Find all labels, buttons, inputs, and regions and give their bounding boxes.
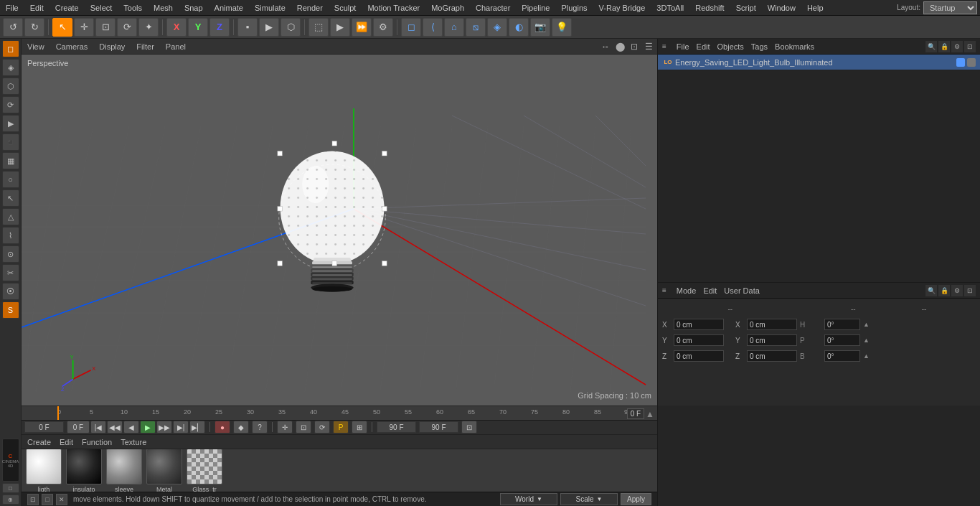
- sidebar-point-mode[interactable]: ⊙: [2, 245, 19, 263]
- attr-lock-icon[interactable]: 🔒: [938, 285, 950, 296]
- obj-search-icon[interactable]: 🔍: [925, 41, 937, 52]
- menu-3dtoall[interactable]: 3DToAll: [651, 1, 689, 14]
- sidebar-model-mode[interactable]: ◻: [2, 40, 19, 57]
- frame-dropdown-btn[interactable]: 0 F: [67, 421, 90, 434]
- next-keyframe-btn[interactable]: ▶|: [173, 421, 189, 434]
- material-item-metal[interactable]: Metal: [146, 449, 182, 492]
- attr-search-icon[interactable]: 🔍: [925, 285, 937, 296]
- viewport-canvas[interactable]: Perspective: [22, 55, 657, 406]
- obj-expand-icon[interactable]: ⊡: [964, 41, 976, 52]
- menu-snap[interactable]: Snap: [179, 1, 209, 14]
- sidebar-brush-mode[interactable]: S: [2, 301, 19, 319]
- attr-expand-icon[interactable]: ⊡: [964, 285, 976, 296]
- sidebar-view-mode[interactable]: ○: [2, 171, 19, 188]
- sidebar-ortho-btn[interactable]: ⊕: [2, 495, 19, 505]
- attr-menu-mode[interactable]: Mode: [677, 286, 697, 295]
- obj-row-lightbulb[interactable]: LO Energy_Saving_LED_Light_Bulb_Illumina…: [658, 55, 980, 70]
- render-view-button[interactable]: ▶: [330, 18, 350, 37]
- attr-menu-userdata[interactable]: User Data: [724, 286, 760, 295]
- menu-sculpt[interactable]: Sculpt: [329, 1, 362, 14]
- cloner-button[interactable]: ◈: [487, 18, 507, 37]
- sidebar-polygon-mode[interactable]: △: [2, 208, 19, 225]
- viewport[interactable]: View Cameras Display Filter Panel ↔ ⬤ ⊡ …: [22, 39, 657, 406]
- obj-menu-bookmarks[interactable]: Bookmarks: [775, 42, 814, 51]
- sidebar-edge-mode[interactable]: ⌇: [2, 227, 19, 244]
- start-frame-field[interactable]: 0 F: [24, 421, 64, 433]
- step-fwd-btn[interactable]: ▶▶: [156, 421, 172, 434]
- step-back-btn[interactable]: ◀◀: [107, 421, 123, 434]
- menu-pipeline[interactable]: Pipeline: [516, 1, 555, 14]
- viewport-camera-icon[interactable]: ⬤: [614, 41, 626, 52]
- lightbulb-object[interactable]: [260, 128, 404, 314]
- play-btn[interactable]: ▶: [140, 421, 156, 434]
- material-item-ligth[interactable]: ligth: [26, 449, 62, 492]
- sidebar-magnet-mode[interactable]: ⦿: [2, 283, 19, 300]
- mode-move-button[interactable]: ✛: [74, 18, 94, 37]
- world-dropdown[interactable]: World ▼: [500, 493, 557, 505]
- record-btn[interactable]: ●: [215, 421, 230, 434]
- material-item-insulato[interactable]: insulato: [66, 449, 102, 492]
- menu-motion-tracker[interactable]: Motion Tracker: [362, 1, 425, 14]
- mat-menu-create[interactable]: Create: [27, 438, 51, 446]
- obj-lock-icon[interactable]: 🔒: [938, 41, 950, 52]
- preview-max-field[interactable]: 90 F: [419, 421, 458, 433]
- question-btn[interactable]: ?: [252, 421, 268, 434]
- grid-btn[interactable]: ⊞: [352, 421, 367, 434]
- attr-h-arrow[interactable]: ▲: [863, 321, 870, 328]
- viewport-expand-icon[interactable]: ↔: [600, 41, 611, 52]
- p-btn[interactable]: P: [333, 421, 349, 434]
- mode-transform-button[interactable]: ✦: [138, 18, 159, 37]
- vp-menu-display[interactable]: Display: [96, 41, 128, 52]
- scale-mode-btn[interactable]: ⊡: [296, 421, 311, 434]
- move-mode-btn[interactable]: ✛: [277, 421, 293, 434]
- keyframe-btn[interactable]: ◆: [233, 421, 249, 434]
- material-item-sleeve[interactable]: sleeve: [106, 449, 142, 492]
- obj-menu-tags[interactable]: Tags: [751, 42, 768, 51]
- status-icon-2[interactable]: □: [42, 494, 53, 505]
- attr-z-size[interactable]: 0 cm: [747, 350, 797, 362]
- mode-rotate-button[interactable]: ⟳: [117, 18, 137, 37]
- scale-dropdown[interactable]: Scale ▼: [560, 493, 618, 505]
- sidebar-rigging-mode[interactable]: ⟳: [2, 96, 19, 113]
- vp-menu-filter[interactable]: Filter: [133, 41, 156, 52]
- mat-menu-edit[interactable]: Edit: [60, 438, 73, 446]
- preview-min-field[interactable]: 90 F: [377, 421, 416, 433]
- attr-settings-icon[interactable]: ⚙: [951, 285, 963, 296]
- material-button[interactable]: ◐: [509, 18, 529, 37]
- sidebar-animate-mode[interactable]: ▶: [2, 115, 19, 132]
- menu-plugins[interactable]: Plugins: [555, 1, 593, 14]
- polygon-mode-button[interactable]: ▪: [237, 18, 258, 37]
- material-item-glass[interactable]: Glass_tr: [187, 449, 222, 492]
- vp-menu-panel[interactable]: Panel: [163, 41, 189, 52]
- menu-select[interactable]: Select: [85, 1, 118, 14]
- menu-tools[interactable]: Tools: [118, 1, 148, 14]
- viewport-fullscreen-icon[interactable]: ⊡: [628, 41, 640, 52]
- camera-button[interactable]: 📷: [530, 18, 550, 37]
- edge-mode-button[interactable]: ▶: [259, 18, 279, 37]
- undo-button[interactable]: ↺: [3, 18, 23, 37]
- play-back-btn[interactable]: ◀: [123, 421, 139, 434]
- axis-z-button[interactable]: Z: [209, 18, 230, 37]
- menu-script[interactable]: Script: [730, 1, 762, 14]
- obj-menu-file[interactable]: File: [677, 42, 689, 51]
- deformer-button[interactable]: ⧅: [466, 18, 486, 37]
- mat-menu-function[interactable]: Function: [82, 438, 112, 446]
- sidebar-snap-mode[interactable]: ▦: [2, 152, 19, 169]
- menu-vray[interactable]: V-Ray Bridge: [593, 1, 651, 14]
- attr-x-pos[interactable]: 0 cm: [674, 319, 724, 330]
- menu-simulate[interactable]: Simulate: [249, 1, 291, 14]
- status-icon-3[interactable]: ✕: [56, 494, 67, 505]
- point-mode-button[interactable]: ⬡: [281, 18, 301, 37]
- spline-button[interactable]: ⟨: [423, 18, 443, 37]
- menu-help[interactable]: Help: [801, 1, 829, 14]
- last-frame-btn[interactable]: ▶▏: [189, 421, 205, 434]
- mat-menu-texture[interactable]: Texture: [121, 438, 146, 446]
- obj-menu-objects[interactable]: Objects: [717, 42, 744, 51]
- nurbs-button[interactable]: ⌂: [444, 18, 464, 37]
- menu-animate[interactable]: Animate: [209, 1, 249, 14]
- obj-menu-edit[interactable]: Edit: [697, 42, 710, 51]
- sidebar-select-mode[interactable]: ↖: [2, 189, 19, 207]
- menu-character[interactable]: Character: [470, 1, 516, 14]
- vp-menu-cameras[interactable]: Cameras: [53, 41, 91, 52]
- attr-z-pos[interactable]: 0 cm: [674, 350, 724, 362]
